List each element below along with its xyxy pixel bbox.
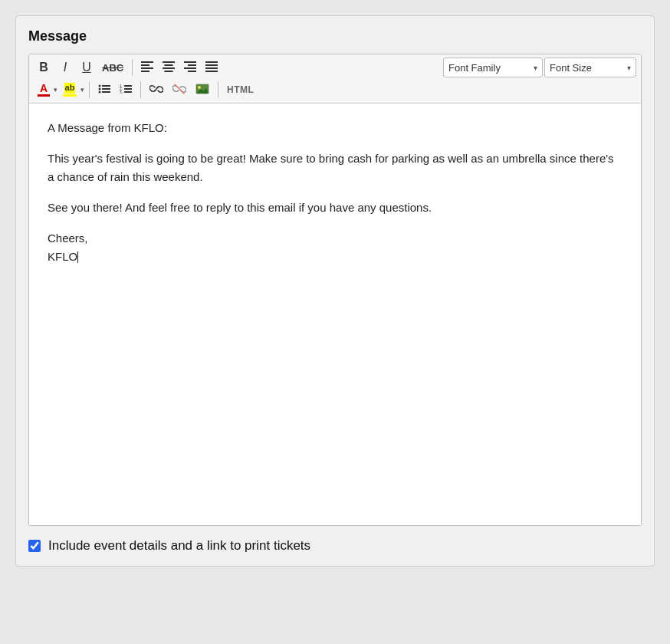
editor-paragraph-3: See you there! And feel free to reply to…: [48, 199, 622, 217]
highlight-dropdown-arrow[interactable]: ▾: [80, 86, 84, 94]
checkbox-row: Include event details and a link to prin…: [28, 538, 642, 554]
svg-text:3.: 3.: [120, 90, 123, 94]
svg-rect-1: [141, 64, 149, 66]
text-cursor: [77, 251, 78, 263]
toolbar-row-2: A ▾ ab ▾: [34, 80, 636, 100]
svg-rect-0: [141, 61, 153, 63]
insert-image-button[interactable]: [192, 80, 213, 100]
editor-wrapper: B I U ABC: [28, 54, 642, 526]
strikethrough-button[interactable]: ABC: [98, 58, 127, 77]
message-container: Message B I U ABC: [15, 15, 655, 567]
svg-rect-14: [205, 67, 218, 69]
svg-rect-3: [141, 71, 149, 72]
svg-rect-10: [184, 67, 196, 69]
separator-3: [140, 81, 141, 98]
remove-link-button[interactable]: [169, 80, 190, 100]
svg-rect-27: [124, 91, 132, 93]
highlight-color-button[interactable]: ab: [59, 80, 80, 100]
editor-paragraph-1: A Message from KFLO:: [48, 119, 622, 137]
bold-button[interactable]: B: [34, 58, 54, 77]
section-title: Message: [28, 28, 642, 44]
color-dropdown-arrow[interactable]: ▾: [54, 86, 57, 94]
svg-rect-7: [165, 71, 173, 72]
italic-button[interactable]: I: [55, 58, 75, 77]
svg-point-31: [198, 86, 201, 89]
underline-button[interactable]: U: [77, 58, 97, 77]
svg-rect-25: [124, 88, 132, 90]
include-event-checkbox[interactable]: [28, 540, 41, 552]
html-source-button[interactable]: HTML: [223, 80, 258, 100]
svg-rect-6: [163, 67, 175, 69]
svg-rect-19: [102, 88, 110, 90]
ordered-list-button[interactable]: 1. 2. 3.: [116, 80, 136, 100]
svg-rect-9: [188, 64, 196, 66]
align-left-button[interactable]: [137, 58, 157, 77]
svg-rect-8: [184, 61, 196, 63]
align-center-button[interactable]: [159, 58, 179, 77]
svg-line-29: [175, 84, 184, 94]
unordered-list-button[interactable]: [94, 80, 114, 100]
svg-rect-15: [205, 71, 218, 72]
svg-rect-23: [124, 85, 132, 87]
separator-1: [132, 59, 133, 76]
toolbar: B I U ABC: [29, 54, 641, 104]
svg-rect-2: [141, 67, 153, 69]
svg-point-18: [99, 87, 101, 90]
svg-rect-13: [205, 64, 218, 66]
svg-rect-5: [165, 64, 173, 66]
svg-rect-17: [102, 85, 110, 87]
svg-rect-11: [188, 71, 196, 72]
text-color-button[interactable]: A: [34, 80, 54, 100]
editor-content-area[interactable]: A Message from KFLO: This year's festiva…: [29, 104, 641, 525]
svg-rect-12: [205, 61, 218, 63]
svg-line-28: [155, 87, 158, 90]
toolbar-row-1: B I U ABC: [34, 58, 636, 77]
svg-point-20: [99, 90, 101, 93]
svg-point-16: [99, 84, 101, 87]
separator-2: [89, 81, 90, 98]
align-justify-button[interactable]: [202, 58, 222, 77]
svg-rect-4: [163, 61, 175, 63]
svg-rect-21: [102, 91, 110, 93]
insert-link-button[interactable]: [146, 80, 167, 100]
separator-4: [218, 81, 218, 98]
font-family-dropdown[interactable]: Font Family ▾: [443, 58, 543, 77]
editor-paragraph-2: This year's festival is going to be grea…: [48, 150, 622, 186]
align-right-button[interactable]: [180, 58, 200, 77]
font-size-dropdown[interactable]: Font Size ▾: [544, 58, 636, 77]
include-event-label: Include event details and a link to prin…: [48, 538, 310, 554]
editor-paragraph-4: Cheers, KFLO: [48, 229, 622, 266]
